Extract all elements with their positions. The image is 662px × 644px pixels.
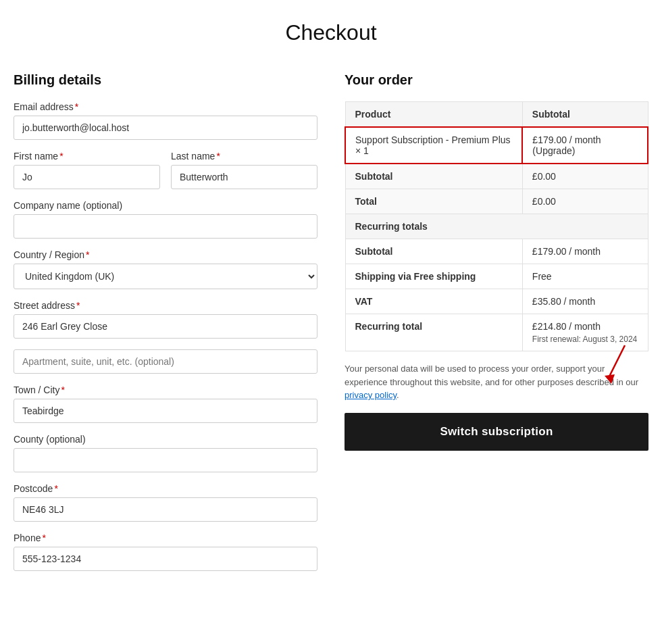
subtotal-value-cell: £0.00 bbox=[522, 164, 648, 189]
phone-input[interactable] bbox=[14, 547, 317, 571]
email-field-group: Email address* bbox=[14, 101, 317, 140]
street2-input[interactable] bbox=[14, 349, 317, 374]
postcode-field-group: Postcode* bbox=[14, 483, 317, 522]
county-label: County (optional) bbox=[14, 434, 317, 445]
billing-heading: Billing details bbox=[14, 72, 317, 88]
city-label: Town / City* bbox=[14, 385, 317, 395]
order-section: Your order Product Subtotal Support Subs… bbox=[345, 72, 648, 451]
svg-line-0 bbox=[608, 345, 625, 379]
postcode-label: Postcode* bbox=[14, 483, 317, 494]
city-field-group: Town / City* bbox=[14, 385, 317, 423]
arrow-icon bbox=[588, 342, 642, 389]
country-label: Country / Region* bbox=[14, 249, 317, 260]
product-column-header: Product bbox=[345, 102, 522, 128]
total-row: Total £0.00 bbox=[345, 189, 648, 214]
city-input[interactable] bbox=[14, 399, 317, 423]
postcode-input[interactable] bbox=[14, 497, 317, 522]
table-header-row: Product Subtotal bbox=[345, 102, 648, 128]
first-name-label: First name* bbox=[14, 151, 160, 162]
first-name-input[interactable] bbox=[14, 165, 160, 189]
subtotal-row: Subtotal £0.00 bbox=[345, 164, 648, 189]
company-field-group: Company name (optional) bbox=[14, 200, 317, 239]
vat-label-cell: VAT bbox=[345, 289, 522, 314]
table-row: Support Subscription - Premium Plus × 1 … bbox=[345, 127, 648, 164]
product-name-cell: Support Subscription - Premium Plus × 1 bbox=[345, 127, 522, 164]
phone-label: Phone* bbox=[14, 532, 317, 543]
order-table: Product Subtotal Support Subscription - … bbox=[345, 101, 648, 351]
privacy-policy-link[interactable]: privacy policy bbox=[345, 390, 397, 400]
recurring-total-label-cell: Recurring total bbox=[345, 314, 522, 351]
county-field-group: County (optional) bbox=[14, 434, 317, 472]
recurring-subtotal-label-cell: Subtotal bbox=[345, 239, 522, 264]
name-row: First name* Last name* bbox=[14, 151, 317, 200]
country-field-group: Country / Region* United Kingdom (UK) Un… bbox=[14, 249, 317, 289]
last-name-input[interactable] bbox=[171, 165, 317, 189]
shipping-value-cell: Free bbox=[522, 264, 648, 289]
recurring-header-cell: Recurring totals bbox=[345, 214, 648, 239]
shipping-row: Shipping via Free shipping Free bbox=[345, 264, 648, 289]
last-name-field-group: Last name* bbox=[171, 151, 317, 189]
company-label: Company name (optional) bbox=[14, 200, 317, 211]
company-input[interactable] bbox=[14, 214, 317, 239]
street-label: Street address* bbox=[14, 300, 317, 311]
recurring-subtotal-value-cell: £179.00 / month bbox=[522, 239, 648, 264]
subtotal-column-header: Subtotal bbox=[522, 102, 648, 128]
total-value-cell: £0.00 bbox=[522, 189, 648, 214]
first-name-field-group: First name* bbox=[14, 151, 160, 189]
product-price-cell: £179.00 / month (Upgrade) bbox=[522, 127, 648, 164]
page-title: Checkout bbox=[14, 20, 648, 45]
svg-marker-1 bbox=[605, 374, 615, 384]
switch-subscription-button[interactable]: Switch subscription bbox=[345, 413, 648, 451]
phone-field-group: Phone* bbox=[14, 532, 317, 571]
street-input[interactable] bbox=[14, 314, 317, 339]
subtotal-label-cell: Subtotal bbox=[345, 164, 522, 189]
order-heading: Your order bbox=[345, 72, 648, 88]
action-area: Your personal data will be used to proce… bbox=[345, 362, 648, 451]
recurring-subtotal-row: Subtotal £179.00 / month bbox=[345, 239, 648, 264]
total-label-cell: Total bbox=[345, 189, 522, 214]
vat-value-cell: £35.80 / month bbox=[522, 289, 648, 314]
last-name-label: Last name* bbox=[171, 151, 317, 162]
email-input[interactable] bbox=[14, 116, 317, 140]
recurring-header-row: Recurring totals bbox=[345, 214, 648, 239]
county-input[interactable] bbox=[14, 448, 317, 472]
shipping-label-cell: Shipping via Free shipping bbox=[345, 264, 522, 289]
street2-field-group bbox=[14, 349, 317, 374]
vat-row: VAT £35.80 / month bbox=[345, 289, 648, 314]
country-select[interactable]: United Kingdom (UK) United States (US) C… bbox=[14, 264, 317, 289]
street-field-group: Street address* bbox=[14, 300, 317, 339]
email-label: Email address* bbox=[14, 101, 317, 112]
billing-section: Billing details Email address* First nam… bbox=[14, 72, 317, 582]
